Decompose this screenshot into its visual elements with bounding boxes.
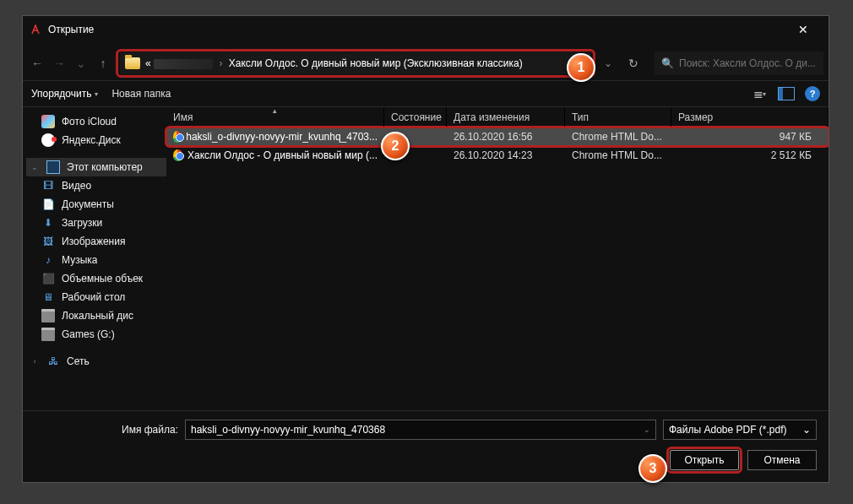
search-icon: 🔍 bbox=[661, 57, 674, 69]
sidebar-item-label: Рабочий стол bbox=[62, 291, 125, 303]
expand-icon[interactable]: ⌄ bbox=[30, 163, 40, 171]
filename-input[interactable]: haksli_o-divnyy-novyy-mir_kvunhq_470368 … bbox=[185, 420, 656, 440]
sidebar-item-label: Локальный дис bbox=[62, 310, 133, 322]
sidebar-icon: ♪ bbox=[41, 253, 55, 267]
sidebar-item-label: Изображения bbox=[62, 236, 125, 247]
sidebar-icon bbox=[46, 160, 60, 174]
sidebar-item[interactable]: 🖥Рабочий стол bbox=[26, 288, 166, 306]
file-pane: Имя Состояние Дата изменения Тип Размер … bbox=[166, 107, 829, 410]
chrome-file-icon bbox=[173, 131, 181, 143]
cancel-button[interactable]: Отмена bbox=[747, 450, 817, 470]
table-row[interactable]: Хаксли Олдос - О дивный новый мир (...26… bbox=[166, 146, 829, 165]
organize-button[interactable]: Упорядочить ▾ bbox=[31, 88, 98, 100]
sidebar-item-label: Видео bbox=[62, 180, 91, 192]
sidebar-icon bbox=[41, 133, 55, 147]
sidebar-icon: ⬛ bbox=[41, 272, 55, 285]
sidebar-icon: 📄 bbox=[41, 198, 55, 211]
file-type: Chrome HTML Do... bbox=[565, 149, 671, 161]
annotation-marker-2: 2 bbox=[381, 132, 410, 160]
sidebar-icon: 🖧 bbox=[46, 355, 60, 368]
sidebar-item[interactable]: Локальный дис bbox=[26, 306, 166, 325]
chevron-down-icon: ▾ bbox=[763, 90, 765, 98]
sidebar-item-label: Объемные объек bbox=[62, 273, 143, 285]
sidebar-item[interactable]: 🎞Видео bbox=[26, 176, 166, 195]
col-state[interactable]: Состояние bbox=[384, 107, 447, 127]
col-date[interactable]: Дата изменения bbox=[447, 107, 565, 127]
back-button[interactable]: ← bbox=[28, 53, 46, 73]
sidebar-item[interactable]: ⬇Загрузки bbox=[26, 214, 166, 232]
col-size[interactable]: Размер bbox=[671, 107, 829, 127]
filetype-select[interactable]: Файлы Adobe PDF (*.pdf) ⌄ bbox=[663, 420, 817, 440]
filename-label: Имя файла: bbox=[35, 424, 178, 436]
sidebar-item[interactable]: Фото iCloud bbox=[26, 112, 166, 131]
app-icon bbox=[30, 24, 41, 35]
annotation-marker-3: 3 bbox=[638, 454, 667, 483]
titlebar: Открытие ✕ bbox=[23, 16, 829, 43]
recent-dropdown[interactable]: ⌄ bbox=[72, 53, 90, 73]
col-name[interactable]: Имя bbox=[166, 107, 384, 127]
breadcrumb[interactable]: « › Хаксли Олдос. О дивный новый мир (Эк… bbox=[145, 57, 523, 69]
sidebar-icon: 🖥 bbox=[41, 290, 55, 304]
crumb-prefix: « bbox=[145, 57, 151, 69]
close-button[interactable]: ✕ bbox=[785, 17, 822, 42]
chevron-down-icon[interactable]: ⌄ bbox=[802, 424, 811, 436]
crumb-current[interactable]: Хаксли Олдос. О дивный новый мир (Эксклю… bbox=[229, 57, 523, 69]
filetype-value: Файлы Adobe PDF (*.pdf) bbox=[669, 424, 787, 436]
file-date: 26.10.2020 16:56 bbox=[447, 131, 565, 143]
sidebar-item[interactable]: Яндекс.Диск bbox=[26, 131, 166, 149]
view-mode-button[interactable]: ≣▾ bbox=[751, 86, 768, 101]
sidebar-item-label: Сеть bbox=[67, 355, 90, 367]
up-button[interactable]: ↑ bbox=[94, 53, 112, 73]
file-list[interactable]: haksli_o-divnyy-novyy-mir_kvunhq_4703...… bbox=[166, 127, 829, 410]
file-size: 2 512 КБ bbox=[671, 149, 829, 161]
open-button[interactable]: Открыть bbox=[670, 450, 739, 470]
refresh-button[interactable]: ↻ bbox=[621, 57, 646, 70]
sidebar-item[interactable]: 📄Документы bbox=[26, 195, 166, 214]
address-dropdown[interactable]: ⌄ bbox=[599, 57, 617, 69]
chevron-down-icon: ▾ bbox=[95, 90, 98, 98]
filename-value: haksli_o-divnyy-novyy-mir_kvunhq_470368 bbox=[191, 424, 385, 436]
search-input[interactable] bbox=[679, 57, 817, 69]
sidebar-item-label: Фото iCloud bbox=[62, 116, 117, 127]
sidebar-item[interactable]: ⬛Объемные объек bbox=[26, 269, 166, 288]
file-open-dialog: Открытие ✕ ← → ⌄ ↑ « › Хаксли Олдос. О д… bbox=[22, 15, 829, 483]
sidebar-item-label: Яндекс.Диск bbox=[62, 134, 121, 146]
file-size: 947 КБ bbox=[671, 131, 829, 143]
col-type[interactable]: Тип bbox=[565, 107, 671, 127]
sidebar-item[interactable]: ⌄Этот компьютер bbox=[26, 158, 166, 176]
column-headers: Имя Состояние Дата изменения Тип Размер bbox=[166, 107, 829, 127]
address-bar[interactable]: « › Хаксли Олдос. О дивный новый мир (Эк… bbox=[120, 52, 591, 74]
sidebar-item-label: Загрузки bbox=[62, 217, 102, 229]
sidebar-item[interactable]: ♪Музыка bbox=[26, 251, 166, 269]
window-title: Открытие bbox=[48, 24, 785, 35]
file-name: Хаксли Олдос - О дивный новый мир (... bbox=[187, 149, 378, 161]
address-bar-highlight: « › Хаксли Олдос. О дивный новый мир (Эк… bbox=[116, 49, 595, 78]
help-button[interactable]: ? bbox=[805, 86, 820, 101]
sidebar-item-label: Этот компьютер bbox=[67, 161, 143, 173]
search-box[interactable]: 🔍 bbox=[655, 51, 823, 75]
sidebar-item-label: Документы bbox=[62, 198, 114, 210]
new-folder-button[interactable]: Новая папка bbox=[111, 88, 171, 100]
sidebar: Фото iCloudЯндекс.Диск⌄Этот компьютер🎞Ви… bbox=[23, 107, 166, 410]
sidebar-item[interactable]: ›🖧Сеть bbox=[26, 352, 166, 371]
preview-pane-button[interactable] bbox=[778, 87, 795, 100]
folder-icon bbox=[125, 57, 140, 69]
expand-icon[interactable]: › bbox=[30, 357, 40, 366]
dialog-footer: Имя файла: haksli_o-divnyy-novyy-mir_kvu… bbox=[23, 410, 829, 482]
sidebar-item-label: Музыка bbox=[62, 254, 97, 266]
file-date: 26.10.2020 14:23 bbox=[447, 149, 565, 161]
chevron-icon: › bbox=[215, 57, 225, 69]
navbar: ← → ⌄ ↑ « › Хаксли Олдос. О дивный новый… bbox=[23, 46, 829, 80]
sidebar-icon: 🎞 bbox=[41, 179, 55, 192]
sidebar-icon bbox=[41, 309, 55, 322]
crumb-obscured[interactable] bbox=[154, 59, 213, 69]
chevron-down-icon[interactable]: ⌄ bbox=[644, 425, 650, 434]
sidebar-item[interactable]: 🖼Изображения bbox=[26, 232, 166, 251]
file-type: Chrome HTML Do... bbox=[565, 131, 671, 143]
forward-button[interactable]: → bbox=[50, 53, 68, 73]
table-row[interactable]: haksli_o-divnyy-novyy-mir_kvunhq_4703...… bbox=[166, 127, 829, 146]
sidebar-item[interactable]: Games (G:) bbox=[26, 325, 166, 344]
file-name: haksli_o-divnyy-novyy-mir_kvunhq_4703... bbox=[186, 131, 378, 143]
organize-label: Упорядочить bbox=[31, 88, 91, 100]
dialog-body: Фото iCloudЯндекс.Диск⌄Этот компьютер🎞Ви… bbox=[23, 107, 829, 410]
